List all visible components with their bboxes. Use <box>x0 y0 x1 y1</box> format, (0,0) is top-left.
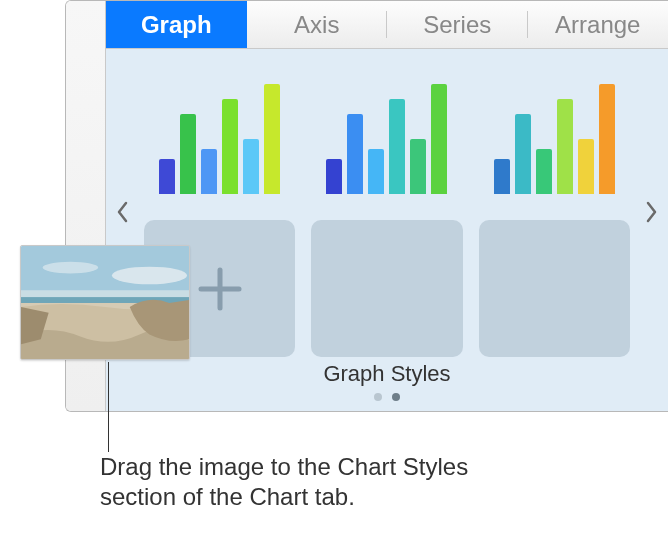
preview-bar <box>494 159 510 194</box>
page-dots <box>106 393 668 401</box>
chevron-left-icon <box>115 200 129 224</box>
preview-bar <box>368 149 384 194</box>
style-preset[interactable] <box>144 67 295 204</box>
styles-grid <box>144 67 630 357</box>
dragged-image-thumbnail[interactable] <box>20 245 190 360</box>
preview-bar <box>410 139 426 194</box>
preview-bar <box>599 84 615 194</box>
tab-axis[interactable]: Axis <box>247 1 388 48</box>
preview-bar <box>389 99 405 194</box>
styles-carousel <box>106 67 668 357</box>
tab-graph[interactable]: Graph <box>106 1 247 48</box>
preview-bar <box>515 114 531 194</box>
graph-tab-content: Graph Styles <box>106 49 668 411</box>
tab-bar: Graph Axis Series Arrange <box>106 1 668 49</box>
carousel-prev[interactable] <box>110 192 134 232</box>
carousel-next[interactable] <box>640 192 664 232</box>
preview-bar <box>264 84 280 194</box>
preview-bar <box>536 149 552 194</box>
preview-bar <box>243 139 259 194</box>
empty-style-slot[interactable] <box>479 220 630 357</box>
tab-series[interactable]: Series <box>387 1 528 48</box>
style-preset[interactable] <box>311 67 462 204</box>
preview-bar <box>201 149 217 194</box>
preview-bar <box>431 84 447 194</box>
preview-bar <box>347 114 363 194</box>
svg-point-7 <box>43 262 98 274</box>
preview-bar <box>578 139 594 194</box>
styles-footer: Graph Styles <box>106 361 668 401</box>
page-dot[interactable] <box>374 393 382 401</box>
preview-bar <box>222 99 238 194</box>
page-dot[interactable] <box>392 393 400 401</box>
preview-bar <box>159 159 175 194</box>
preview-bar <box>326 159 342 194</box>
tab-arrange[interactable]: Arrange <box>528 1 669 48</box>
empty-style-slot[interactable] <box>311 220 462 357</box>
style-preset[interactable] <box>479 67 630 204</box>
styles-label: Graph Styles <box>106 361 668 387</box>
instruction-caption: Drag the image to the Chart Styles secti… <box>100 452 540 512</box>
svg-point-6 <box>112 267 187 285</box>
callout-line <box>108 362 109 452</box>
preview-bar <box>557 99 573 194</box>
beach-photo-icon <box>21 246 189 359</box>
plus-icon <box>191 260 249 318</box>
chevron-right-icon <box>645 200 659 224</box>
preview-bar <box>180 114 196 194</box>
